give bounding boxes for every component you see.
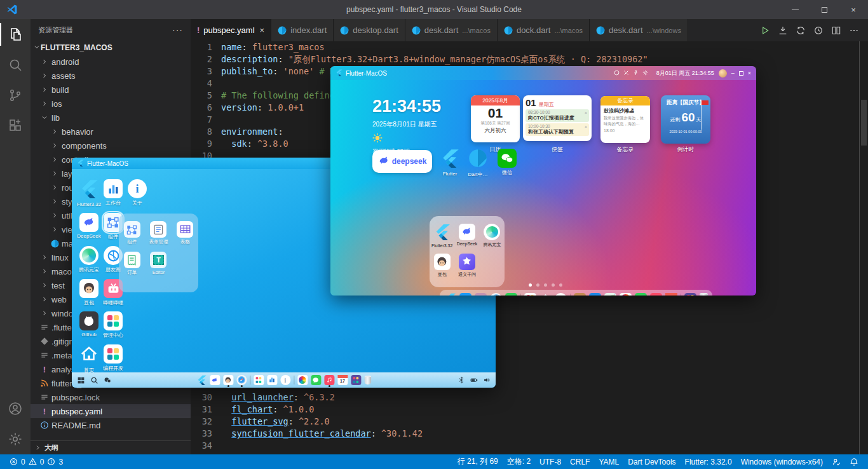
tab-pubspec.yaml[interactable]: !pubspec.yaml× <box>191 19 271 41</box>
winblue-maximize[interactable] <box>739 71 743 76</box>
battery-icon[interactable] <box>470 376 478 384</box>
activitybar-explorer[interactable] <box>0 19 31 50</box>
memo-widget[interactable]: 备忘录 鼓浪屿沙滩🏖 我常这里漫步海边，体味海的气息，海的… 18:00 <box>600 96 650 143</box>
code-line-30[interactable]: 30 url_launcher: ^6.3.2 <box>191 391 859 404</box>
gear-icon[interactable] <box>642 71 648 77</box>
dock-mail-icon[interactable] <box>589 293 601 296</box>
search-icon[interactable] <box>90 376 98 384</box>
outline-section[interactable]: 大纲 <box>31 440 191 454</box>
dock-facetime-icon[interactable] <box>635 293 647 296</box>
photos-icon[interactable] <box>297 375 308 385</box>
infow-icon[interactable]: i <box>280 375 290 385</box>
tree-item-assets[interactable]: assets <box>31 69 191 83</box>
countdown-widget[interactable]: 距离【国庆节】 还剩60天 2025-10-01 00:00:00 <box>661 95 710 144</box>
download-icon[interactable] <box>775 23 790 38</box>
status-item-3[interactable]: CRLF <box>566 458 594 466</box>
badge-icon[interactable] <box>614 71 620 77</box>
launchpad-icon[interactable] <box>351 375 361 385</box>
more-icon[interactable] <box>846 23 862 38</box>
activitybar-settings[interactable] <box>0 424 31 454</box>
group-app-Flutter3.32[interactable]: Flutter3.32 <box>431 224 452 248</box>
desktop-icon-DeepSeek[interactable]: DeepSeek <box>77 213 101 239</box>
group-app-DeepSeek[interactable]: DeepSeek <box>457 224 478 248</box>
code-line-2[interactable]: 2description: "原创Flutter3.32+Dart3.8+win… <box>191 53 859 65</box>
dock-music-icon[interactable] <box>650 293 662 296</box>
delete-event-icon[interactable]: × <box>585 111 587 115</box>
dock-messages-icon[interactable] <box>505 293 517 296</box>
code-line-1[interactable]: 1name: flutter3_macos <box>191 41 859 53</box>
chat-icon[interactable] <box>104 376 112 384</box>
code-line-34[interactable]: 34 <box>191 440 859 452</box>
dock-home-icon[interactable] <box>539 293 552 296</box>
tab-desk.dart[interactable]: desk.dart...\windows <box>590 19 688 41</box>
dock-maps-icon[interactable] <box>604 293 616 296</box>
popup-app-表格[interactable]: 表格 <box>177 221 193 245</box>
doubao-icon[interactable] <box>223 375 233 385</box>
page-dot-5[interactable] <box>559 283 562 287</box>
status-item-5[interactable]: Dart DevTools <box>623 458 680 466</box>
tree-item-lib[interactable]: lib <box>31 111 191 125</box>
activitybar-search[interactable] <box>0 50 31 80</box>
desktop-icon-编程开发[interactable]: 编程开发 <box>101 344 125 372</box>
sticky-event[interactable]: 08:30-10:00×向CTO汇报项目进度 <box>526 109 589 122</box>
tree-root-folder[interactable]: FLUTTER3_MACOS <box>31 41 191 55</box>
dock-infow-icon[interactable]: i <box>555 293 567 296</box>
close-button[interactable]: × <box>839 0 868 19</box>
calendar-widget[interactable]: 2025年8月 01 第186天 第27周 六月初六 <box>471 95 520 142</box>
desktop-icon-工作台[interactable]: 工作台 <box>101 179 125 207</box>
wingrad-title-bar[interactable]: Flutter-MacOS 8月01日 周五 21:34:55 – × <box>330 66 756 80</box>
popup-app-Editor[interactable]: TEditor <box>150 252 166 276</box>
problems-indicator[interactable]: 003 <box>5 458 67 466</box>
tree-item-behavior[interactable]: behavior <box>31 125 191 139</box>
dock-launchpad-icon[interactable] <box>684 293 696 296</box>
code-line-33[interactable]: 33 syncfusion_flutter_calendar: ^30.1.42 <box>191 428 859 440</box>
status-item-2[interactable]: UTF-8 <box>535 458 566 466</box>
tab-desk.dart[interactable]: desk.dart...\macos <box>405 19 498 41</box>
editor-scrollbar[interactable] <box>859 41 868 454</box>
desktop-app-Flutter[interactable]: Flutter <box>437 149 463 177</box>
page-dot-4[interactable] <box>552 283 555 287</box>
group-app-腾讯元宝[interactable]: 腾讯元宝 <box>483 224 501 248</box>
tree-item-components[interactable]: components <box>31 139 191 153</box>
safari-icon[interactable] <box>236 375 247 385</box>
sync-icon[interactable] <box>793 23 808 38</box>
tree-item-android[interactable]: android <box>31 55 191 69</box>
code-line-31[interactable]: 31 fl_chart: ^1.0.0 <box>191 404 859 416</box>
page-dot-2[interactable] <box>536 283 539 287</box>
bluetooth-icon[interactable] <box>458 376 465 384</box>
trash-icon[interactable] <box>364 376 371 384</box>
wingrad-status-icons[interactable] <box>614 70 652 77</box>
winblue-close[interactable]: × <box>748 70 751 76</box>
deepseek-icon[interactable] <box>210 375 220 385</box>
split-icon[interactable] <box>829 23 844 38</box>
delete-event-icon[interactable]: × <box>585 125 587 129</box>
page-dot-3[interactable] <box>544 283 547 287</box>
messages-icon[interactable] <box>311 375 321 385</box>
explorer-more-actions[interactable]: ··· <box>172 25 183 35</box>
wingrad-desktop[interactable]: 21:34:55 2025年8月01日 星期五 雾霾转晴 37℃ 2025年8月… <box>330 80 756 296</box>
desktop-icon-Github[interactable]: Github <box>77 311 101 337</box>
music-icon[interactable] <box>324 375 334 385</box>
desktop-app-微信[interactable]: 微信 <box>494 149 520 176</box>
group-app-通义千问[interactable]: 通义千问 <box>458 254 476 278</box>
dock-grid-icon[interactable] <box>524 293 536 296</box>
page-dots[interactable] <box>529 283 562 287</box>
dock-trash-icon[interactable] <box>700 293 708 296</box>
activitybar-extensions[interactable] <box>0 111 31 141</box>
tab-desktop.dart[interactable]: desktop.dart <box>334 19 405 41</box>
code-line-32[interactable]: 32 flutter_svg: ^2.2.0 <box>191 416 859 428</box>
dock-appstore-icon[interactable]: A <box>459 293 471 296</box>
flutter-icon[interactable] <box>196 375 207 385</box>
volume-icon[interactable] <box>483 376 491 384</box>
sticky-event[interactable]: 10:00-10:30×和张工确认下期预算 <box>526 123 589 136</box>
desktop-icon-关于[interactable]: i关于 <box>125 179 149 207</box>
run-icon[interactable] <box>757 23 773 38</box>
chart-icon[interactable] <box>267 375 277 385</box>
status-item-4[interactable]: YAML <box>594 458 623 466</box>
desktop-icon-腾讯元宝[interactable]: 腾讯元宝 <box>77 246 101 273</box>
desktop-icon-管理中心[interactable]: 管理中心 <box>101 311 125 339</box>
activitybar-accounts[interactable] <box>0 393 31 424</box>
dock-cal-icon[interactable]: 17 <box>665 293 677 296</box>
bell-icon[interactable] <box>845 458 863 466</box>
tools-icon[interactable] <box>623 71 629 77</box>
